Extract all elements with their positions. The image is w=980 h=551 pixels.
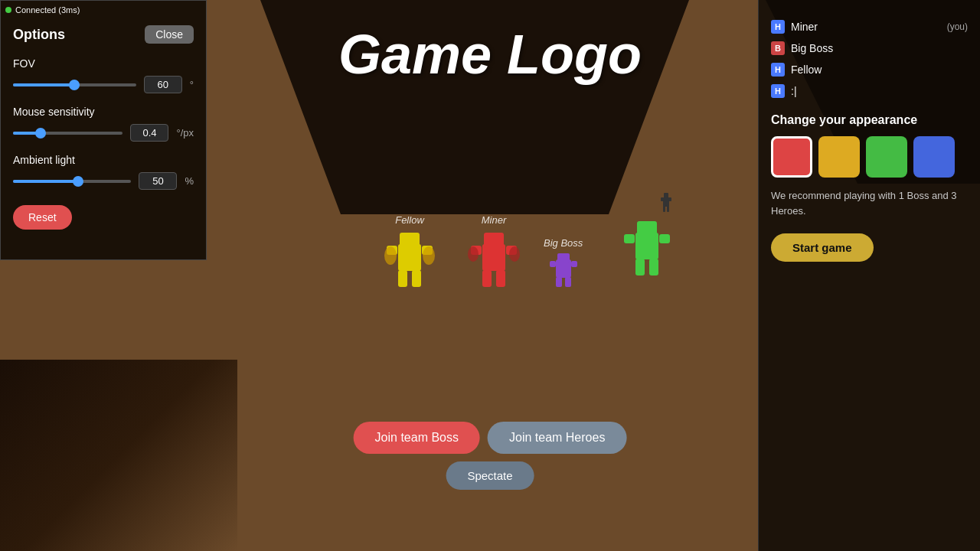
start-game-button[interactable]: Start game (771, 233, 874, 262)
ambient-slider-fill (13, 180, 78, 183)
fov-unit: ° (190, 79, 194, 90)
svg-rect-28 (663, 197, 669, 207)
svg-rect-4 (398, 270, 407, 287)
mouse-sens-unit: °/px (176, 127, 194, 139)
svg-rect-33 (667, 206, 669, 212)
svg-rect-20 (556, 277, 562, 287)
svg-rect-1 (400, 233, 420, 248)
fov-row: 60 ° (13, 76, 194, 93)
options-title: Options (13, 27, 65, 43)
options-panel: Connected (3ms) Options Close FOV 60 ° M… (0, 0, 207, 260)
game-title: Game Logo (338, 23, 642, 86)
join-heroes-button[interactable]: Join team Heroes (488, 422, 626, 454)
player-badge-miner: H (771, 20, 785, 34)
character-green (620, 214, 674, 286)
color-swatch-red[interactable] (771, 136, 812, 178)
player-name-bigboss: Big Boss (791, 42, 968, 54)
svg-rect-32 (663, 206, 665, 212)
fov-label: FOV (13, 57, 194, 70)
character-miner-svg (467, 229, 521, 298)
mouse-sens-slider-thumb[interactable] (35, 128, 46, 139)
small-arrow-svg (658, 191, 674, 214)
connection-label: Connected (3ms) (15, 5, 80, 15)
svg-point-15 (509, 246, 520, 262)
small-arrow (658, 191, 674, 217)
color-swatches (771, 136, 968, 178)
player-name-fellow: Fellow (791, 64, 968, 76)
color-swatch-blue[interactable] (913, 136, 955, 178)
mouse-sens-slider-track[interactable] (13, 132, 122, 135)
svg-rect-30 (661, 197, 664, 201)
fov-slider-track[interactable] (13, 83, 136, 86)
svg-rect-29 (664, 193, 668, 198)
svg-point-14 (468, 246, 479, 262)
svg-rect-25 (659, 234, 670, 243)
appearance-title: Change your appearance (771, 113, 968, 127)
team-row: Join team Boss Join team Heroes (354, 422, 627, 454)
spectate-button[interactable]: Spectate (446, 461, 534, 490)
svg-rect-27 (649, 259, 658, 276)
svg-point-7 (423, 246, 435, 265)
character-fellow-svg (383, 229, 436, 298)
svg-rect-8 (482, 244, 505, 271)
ambient-slider-thumb[interactable] (73, 176, 83, 187)
fov-slider-thumb[interactable] (69, 80, 80, 90)
character-miner: Miner (467, 214, 521, 298)
ambient-row: 50 % (13, 172, 194, 190)
close-button[interactable]: Close (145, 25, 194, 44)
player-item-typing: H :| (771, 84, 968, 98)
svg-rect-5 (412, 270, 421, 287)
player-list: H Miner (you) B Big Boss H Fellow H :| (771, 20, 968, 98)
svg-rect-23 (637, 221, 657, 236)
player-item-fellow: H Fellow (771, 63, 968, 77)
characters-area: Fellow Miner (368, 214, 689, 337)
color-swatch-green[interactable] (866, 136, 907, 178)
ambient-label: Ambient light (13, 154, 194, 166)
svg-rect-19 (571, 261, 577, 267)
player-badge-typing: H (771, 84, 785, 98)
character-fellow-label: Fellow (395, 214, 424, 226)
player-name-miner: Miner (791, 21, 941, 33)
player-typing-indicator: :| (791, 85, 797, 97)
character-green-svg (620, 217, 674, 286)
join-boss-button[interactable]: Join team Boss (354, 422, 480, 454)
ambient-value[interactable]: 50 (139, 172, 177, 190)
right-panel: H Miner (you) B Big Boss H Fellow H :| C… (758, 0, 980, 551)
options-header: Options Close (13, 25, 194, 44)
wall-bottom-left (0, 360, 237, 551)
mouse-sens-row: 0.4 °/px (13, 124, 194, 142)
svg-rect-18 (550, 261, 556, 267)
player-badge-fellow: H (771, 63, 785, 77)
player-you-label: (you) (947, 21, 968, 32)
svg-rect-0 (398, 244, 421, 271)
character-bigboss-label: Big Boss (544, 237, 583, 249)
fov-value[interactable]: 60 (144, 76, 182, 93)
character-miner-label: Miner (482, 214, 507, 226)
connection-dot (5, 7, 11, 13)
player-item-miner: H Miner (you) (771, 20, 968, 34)
svg-rect-17 (557, 253, 570, 262)
connection-status: Connected (3ms) (5, 5, 80, 15)
mouse-sens-label: Mouse sensitivity (13, 106, 194, 118)
svg-rect-31 (668, 197, 671, 201)
player-item-bigboss: B Big Boss (771, 41, 968, 55)
svg-rect-24 (624, 234, 635, 243)
svg-rect-13 (496, 270, 505, 287)
character-fellow: Fellow (383, 214, 436, 298)
svg-rect-26 (635, 259, 645, 276)
fov-slider-fill (13, 83, 74, 86)
reset-button[interactable]: Reset (13, 205, 72, 230)
svg-rect-9 (484, 233, 504, 248)
svg-rect-21 (565, 277, 571, 287)
team-buttons: Join team Boss Join team Heroes Spectate (354, 422, 627, 490)
character-bigboss-svg (548, 252, 579, 290)
svg-rect-12 (482, 270, 492, 287)
svg-rect-22 (635, 233, 658, 259)
ambient-slider-track[interactable] (13, 180, 131, 183)
color-swatch-yellow[interactable] (818, 136, 860, 178)
ambient-unit: % (185, 175, 194, 187)
character-bigboss: Big Boss (544, 237, 583, 290)
svg-point-6 (384, 246, 397, 265)
player-badge-bigboss: B (771, 41, 785, 55)
mouse-sens-value[interactable]: 0.4 (130, 124, 168, 142)
